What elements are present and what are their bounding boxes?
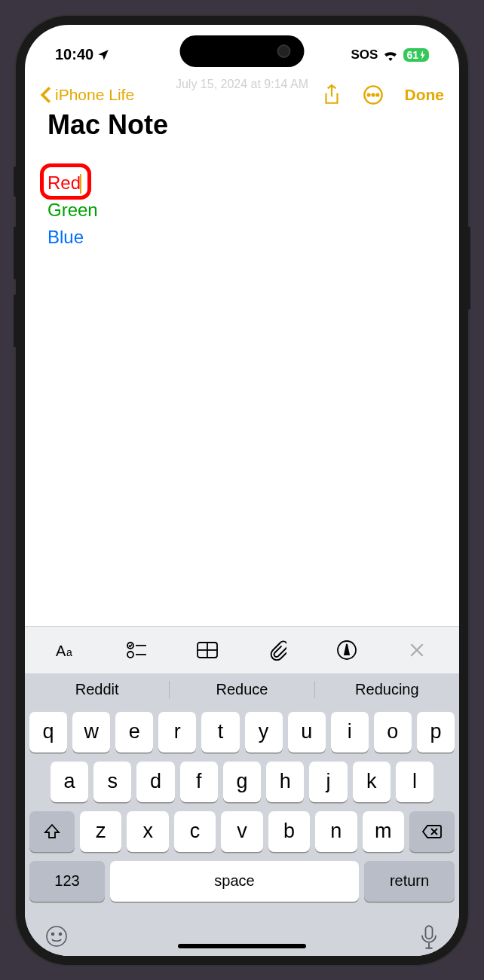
svg-point-8: [127, 652, 133, 658]
key-v[interactable]: v: [221, 811, 262, 852]
key-i[interactable]: i: [331, 712, 369, 753]
dictation-icon[interactable]: [418, 924, 440, 950]
note-date: July 15, 2024 at 9:14 AM: [47, 78, 437, 91]
shift-icon: [43, 823, 61, 841]
dynamic-island: [180, 35, 305, 67]
svg-point-2: [372, 93, 374, 96]
key-g[interactable]: g: [223, 762, 261, 802]
key-return[interactable]: return: [364, 861, 455, 902]
note-line-green[interactable]: Green: [47, 197, 437, 224]
key-m[interactable]: m: [363, 811, 404, 852]
screen: 10:40 SOS 61 iPhone Life Done: [25, 25, 459, 956]
table-button[interactable]: [195, 637, 220, 663]
key-l[interactable]: l: [396, 762, 433, 802]
svg-point-3: [376, 93, 378, 96]
prediction-2[interactable]: Reduce: [170, 681, 314, 698]
key-w[interactable]: w: [72, 712, 110, 753]
keyboard: q w e r t y u i o p a s d f g h j k l: [25, 706, 459, 915]
prediction-3[interactable]: Reducing: [315, 681, 459, 698]
svg-rect-17: [425, 926, 432, 939]
phone-frame: 10:40 SOS 61 iPhone Life Done: [16, 16, 468, 965]
key-p[interactable]: p: [417, 712, 455, 753]
key-z[interactable]: z: [80, 811, 121, 852]
svg-text:a: a: [66, 646, 72, 658]
key-r[interactable]: r: [158, 712, 196, 753]
svg-point-16: [60, 933, 62, 935]
location-icon: [96, 48, 110, 62]
prediction-1[interactable]: Reddit: [25, 681, 170, 698]
key-h[interactable]: h: [266, 762, 304, 802]
svg-point-1: [367, 93, 369, 96]
key-t[interactable]: t: [201, 712, 239, 753]
markup-button[interactable]: [334, 637, 360, 663]
battery-indicator: 61: [403, 48, 429, 62]
key-o[interactable]: o: [374, 712, 412, 753]
key-u[interactable]: u: [288, 712, 326, 753]
key-b[interactable]: b: [268, 811, 310, 852]
key-delete[interactable]: [409, 811, 455, 852]
key-space[interactable]: space: [110, 861, 359, 902]
notes-toolbar: Aa: [25, 626, 459, 673]
status-sos: SOS: [351, 47, 378, 63]
key-n[interactable]: n: [315, 811, 357, 852]
key-x[interactable]: x: [127, 811, 168, 852]
svg-point-14: [47, 927, 66, 946]
key-k[interactable]: k: [353, 762, 391, 802]
checklist-button[interactable]: [124, 637, 150, 663]
key-y[interactable]: y: [245, 712, 283, 753]
note-title[interactable]: Mac Note: [47, 109, 437, 141]
format-button[interactable]: Aa: [54, 637, 80, 663]
key-shift[interactable]: [29, 811, 75, 852]
keyboard-footer: [25, 915, 459, 956]
key-a[interactable]: a: [51, 762, 88, 802]
note-line-red[interactable]: Red: [47, 169, 81, 197]
predictive-text-bar: Reddit Reduce Reducing: [25, 673, 459, 706]
key-q[interactable]: q: [29, 712, 67, 753]
close-toolbar-button[interactable]: [404, 637, 430, 663]
key-f[interactable]: f: [180, 762, 218, 802]
status-time: 10:40: [55, 46, 93, 63]
key-j[interactable]: j: [309, 762, 347, 802]
delete-icon: [421, 823, 443, 840]
annotation-highlight: [40, 163, 91, 200]
svg-text:A: A: [56, 643, 66, 659]
key-d[interactable]: d: [136, 762, 174, 802]
attachment-button[interactable]: [264, 637, 289, 663]
wifi-icon: [382, 49, 399, 61]
note-content[interactable]: July 15, 2024 at 9:14 AM Mac Note Red Gr…: [25, 117, 459, 626]
note-line-blue[interactable]: Blue: [47, 224, 437, 251]
key-s[interactable]: s: [93, 762, 131, 802]
key-c[interactable]: c: [174, 811, 216, 852]
key-e[interactable]: e: [115, 712, 153, 753]
home-indicator[interactable]: [178, 944, 306, 948]
svg-point-15: [52, 933, 54, 935]
emoji-icon[interactable]: [44, 924, 69, 948]
key-numbers[interactable]: 123: [29, 861, 105, 902]
